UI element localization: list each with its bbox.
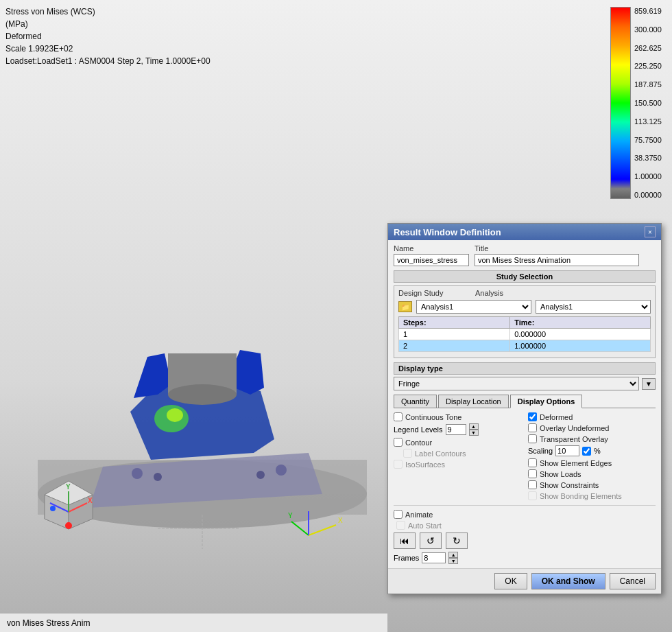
display-options-panel: Continuous Tone Legend Levels ▲ ▼ Contou… <box>394 412 656 502</box>
svg-point-27 <box>65 522 72 529</box>
deformed-checkbox[interactable] <box>528 412 537 421</box>
label-contours-checkbox[interactable] <box>403 449 412 458</box>
deformed-row: Deformed <box>528 412 656 421</box>
animate-controls: ⏮ ↺ ↻ <box>394 532 656 549</box>
display-type-section: Display type Fringe ▼ <box>394 362 656 390</box>
svg-text:Y: Y <box>288 512 293 519</box>
info-panel: Stress von Mises (WCS) (MPa) Deformed Sc… <box>5 5 211 67</box>
animate-row: Animate <box>394 510 433 519</box>
legend-value-2: 262.625 <box>634 44 662 52</box>
study-section-header: Study Selection <box>394 270 656 283</box>
display-type-select[interactable]: Fringe <box>394 377 639 390</box>
legend-levels-down[interactable]: ▼ <box>469 430 479 436</box>
tab-display-location[interactable]: Display Location <box>438 395 509 408</box>
continuous-tone-checkbox[interactable] <box>394 412 403 421</box>
legend: 859.619 300.000 262.625 225.250 187.875 … <box>610 7 631 199</box>
bottom-status-bar: von Mises Stress Anim <box>0 613 387 632</box>
rewind-button[interactable]: ⏮ <box>394 532 416 549</box>
legend-levels-input[interactable] <box>446 424 466 435</box>
step-2-time: 1.000000 <box>510 340 651 352</box>
study-controls-row: 📁 Analysis1 Analysis1 <box>398 300 651 314</box>
legend-value-6: 113.125 <box>634 117 662 126</box>
dialog-titlebar: Result Window Definition × <box>388 224 661 240</box>
title-label: Title <box>475 244 639 253</box>
deformed-label: Deformed <box>540 413 573 421</box>
show-constraints-checkbox[interactable] <box>528 480 537 489</box>
show-bonding-checkbox[interactable] <box>528 491 537 500</box>
scaling-input[interactable] <box>555 445 579 456</box>
iso-surfaces-checkbox[interactable] <box>394 460 403 469</box>
analysis-select[interactable]: Analysis1 <box>536 300 651 314</box>
design-study-select[interactable]: Analysis1 <box>416 300 531 314</box>
ok-button[interactable]: OK <box>494 573 527 589</box>
legend-labels: 859.619 300.000 262.625 225.250 187.875 … <box>634 7 662 199</box>
legend-value-5: 150.500 <box>634 99 662 107</box>
svg-text:X: X <box>88 497 93 504</box>
overlay-undeformed-row: Overlay Undeformed <box>528 423 656 432</box>
frames-spinner[interactable]: ▲ ▼ <box>448 552 458 564</box>
scaling-checkbox[interactable] <box>582 447 591 456</box>
step-2-value: 2 <box>399 340 510 352</box>
animate-checkbox[interactable] <box>394 510 403 519</box>
cancel-button[interactable]: Cancel <box>610 573 656 589</box>
scaling-label: Scaling <box>528 447 553 455</box>
svg-point-3 <box>167 408 183 422</box>
title-input[interactable] <box>475 254 639 266</box>
show-loads-row: Show Loads <box>528 469 656 478</box>
contour-row: Contour <box>394 438 521 447</box>
legend-levels-spinner[interactable]: ▲ ▼ <box>469 423 479 436</box>
dialog-close-button[interactable]: × <box>645 226 656 237</box>
svg-point-10 <box>256 471 265 479</box>
design-study-label: Design Study <box>398 289 453 297</box>
axis-indicator: X Y <box>38 474 99 536</box>
steps-column-header: Steps: <box>399 317 510 329</box>
legend-levels-up[interactable]: ▲ <box>469 423 479 430</box>
table-row[interactable]: 1 0.000000 <box>399 329 651 340</box>
name-input[interactable] <box>394 254 469 266</box>
table-row[interactable]: 2 1.000000 <box>399 340 651 352</box>
study-labels-row: Design Study Analysis <box>398 289 651 297</box>
overlay-undeformed-checkbox[interactable] <box>528 423 537 432</box>
display-type-dropdown-btn[interactable]: ▼ <box>642 378 656 390</box>
name-field-group: Name <box>394 244 469 266</box>
tab-display-options[interactable]: Display Options <box>510 395 583 408</box>
transparent-overlay-row: Transparent Overlay <box>528 434 656 443</box>
svg-text:Y: Y <box>66 483 71 491</box>
tab-quantity[interactable]: Quantity <box>394 395 437 408</box>
viewport: Stress von Mises (WCS) (MPa) Deformed Sc… <box>0 0 672 632</box>
info-line2: (MPa) <box>5 18 211 30</box>
ok-show-button[interactable]: OK and Show <box>531 573 605 589</box>
show-loads-label: Show Loads <box>540 470 581 478</box>
info-line4: Scale 1.9923E+02 <box>5 43 211 55</box>
info-line5: Loadset:LoadSet1 : ASM0004 Step 2, Time … <box>5 55 211 67</box>
step-1-time: 0.000000 <box>510 329 651 340</box>
display-type-header: Display type <box>394 362 656 375</box>
show-element-edges-checkbox[interactable] <box>528 458 537 467</box>
show-element-edges-row: Show Element Edges <box>528 458 656 467</box>
legend-value-1: 300.000 <box>634 25 662 34</box>
name-title-row: Name Title <box>394 244 656 266</box>
frames-down[interactable]: ▼ <box>448 558 458 564</box>
frames-label: Frames <box>394 554 419 562</box>
steps-table: Steps: Time: 1 0.000000 2 1.000000 <box>398 316 651 352</box>
dialog-title: Result Window Definition <box>394 227 501 237</box>
dialog-body: Name Title Study Selection Design Study … <box>388 240 661 568</box>
svg-point-8 <box>276 465 287 476</box>
legend-levels-label: Legend Levels <box>394 425 443 434</box>
contour-checkbox[interactable] <box>394 438 403 447</box>
back-button[interactable]: ↺ <box>420 532 442 549</box>
forward-button[interactable]: ↻ <box>446 532 468 549</box>
scaling-row: Scaling % <box>528 445 656 456</box>
show-constraints-row: Show Constraints <box>528 480 656 489</box>
transparent-overlay-checkbox[interactable] <box>528 434 537 443</box>
continuous-tone-row: Continuous Tone <box>394 412 521 421</box>
dialog-footer: OK OK and Show Cancel <box>388 568 661 594</box>
show-loads-checkbox[interactable] <box>528 469 537 478</box>
frames-up[interactable]: ▲ <box>448 552 458 558</box>
auto-start-checkbox[interactable] <box>396 521 405 530</box>
label-contours-row: Label Contours <box>394 449 521 458</box>
frames-input[interactable] <box>422 552 446 563</box>
folder-icon[interactable]: 📁 <box>398 301 412 312</box>
legend-value-3: 225.250 <box>634 62 662 70</box>
frames-row: Frames ▲ ▼ <box>394 552 656 564</box>
